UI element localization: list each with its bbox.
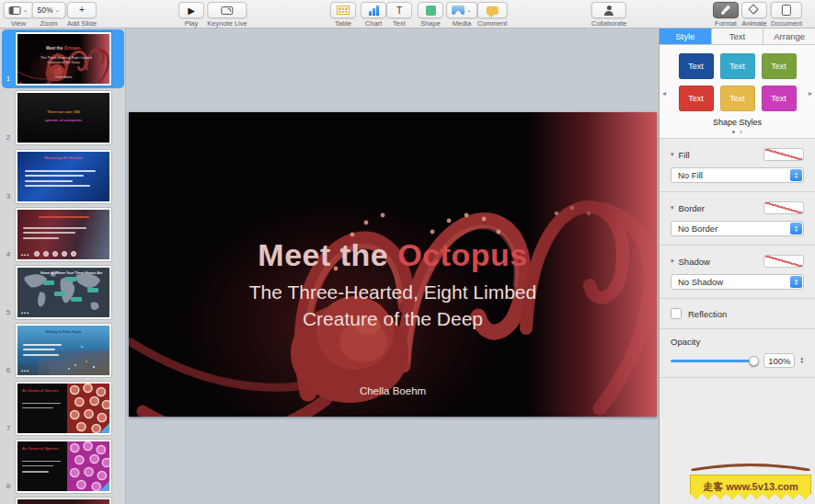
chart-label: Chart bbox=[361, 19, 386, 28]
slide-thumbnail-7[interactable]: 7 An Ocean of Species bbox=[2, 379, 124, 438]
shape-icon bbox=[426, 6, 436, 16]
table-button[interactable] bbox=[330, 2, 356, 18]
view-icon bbox=[9, 6, 21, 15]
current-slide[interactable]: Meet the Octopus The Three-Hearted, Eigh… bbox=[129, 112, 657, 417]
shape-style-swatch-cyan[interactable]: Text bbox=[720, 53, 755, 79]
document-icon bbox=[782, 5, 791, 16]
comment-button-group: Comment bbox=[477, 2, 508, 28]
slide-navigator: 1 Meet the Octopus The Three-Hearted, Ei… bbox=[0, 29, 126, 504]
shape-button[interactable] bbox=[418, 2, 443, 18]
fill-label: Fill bbox=[679, 150, 763, 160]
slide-number: 7 bbox=[3, 424, 14, 432]
border-popup[interactable]: No Border ▲▼ bbox=[671, 221, 804, 236]
toolbar: ⌄ View 50% ⌄ Zoom + Add Slide ▶ Play bbox=[0, 0, 815, 29]
slide-canvas-area[interactable]: Meet the Octopus The Three-Hearted, Eigh… bbox=[127, 29, 659, 504]
shape-styles-prev-arrow[interactable]: ◂ bbox=[662, 89, 666, 97]
text-button[interactable]: T bbox=[386, 2, 412, 18]
opacity-slider-track bbox=[671, 360, 758, 362]
document-button[interactable] bbox=[771, 2, 802, 18]
opacity-slider-knob[interactable] bbox=[749, 356, 759, 366]
slide-number: 3 bbox=[3, 192, 14, 200]
transition-indicator bbox=[99, 423, 109, 433]
transition-indicator bbox=[99, 481, 109, 491]
keynote-live-button-group: Keynote Live bbox=[207, 2, 247, 28]
format-brush-icon bbox=[720, 5, 731, 16]
build-dots: ••• bbox=[21, 252, 29, 258]
reflection-section: Reflection bbox=[660, 299, 815, 328]
slide-author[interactable]: Chella Boehm bbox=[129, 385, 657, 396]
shadow-color-well[interactable] bbox=[763, 255, 804, 268]
format-button[interactable] bbox=[713, 2, 739, 18]
slide-2-preview: There are over 300 species of octopuses bbox=[17, 93, 109, 143]
stepper-down-icon: ▼ bbox=[800, 361, 804, 364]
shape-button-group: Shape bbox=[418, 2, 443, 28]
play-icon: ▶ bbox=[188, 6, 195, 16]
collaborate-button[interactable] bbox=[591, 2, 626, 18]
disclosure-triangle-icon[interactable]: ▾ bbox=[671, 204, 674, 212]
reflection-checkbox[interactable] bbox=[671, 308, 682, 319]
text-tool-icon: T bbox=[396, 5, 403, 16]
slide-thumbnail-6[interactable]: 6 Hiding in Plain Sight ↘ • bbox=[2, 321, 124, 380]
format-button-group: Format bbox=[713, 2, 739, 28]
tab-text[interactable]: Text bbox=[712, 29, 764, 44]
chart-icon bbox=[368, 6, 380, 16]
fill-color-well[interactable] bbox=[763, 148, 804, 161]
shape-styles-page-dots[interactable] bbox=[660, 131, 815, 133]
play-button[interactable]: ▶ bbox=[178, 2, 204, 18]
slide-7-preview: An Ocean of Species bbox=[17, 384, 109, 433]
reflection-label: Reflection bbox=[688, 309, 727, 319]
format-inspector: Style Text Arrange ◂ ▸ Text Text Text Te… bbox=[659, 29, 815, 504]
media-button[interactable]: ⌄ bbox=[446, 2, 477, 18]
slide-3-preview: Skimming the Surface bbox=[17, 152, 109, 201]
slide-thumbnail-1[interactable]: 1 Meet the Octopus The Three-Hearted, Ei… bbox=[2, 29, 124, 88]
slide-thumbnail-2[interactable]: 2 There are over 300 species of octopuse… bbox=[2, 88, 124, 147]
chart-button[interactable] bbox=[361, 2, 386, 18]
tab-arrange[interactable]: Arrange bbox=[763, 29, 815, 44]
slide-thumbnail-9[interactable] bbox=[2, 495, 124, 504]
shape-style-swatch-yellow[interactable]: Text bbox=[720, 86, 755, 111]
shape-style-swatch-blue[interactable]: Text bbox=[679, 53, 714, 79]
comment-button[interactable] bbox=[477, 2, 508, 18]
opacity-stepper[interactable]: ▲▼ bbox=[800, 357, 804, 364]
slide-thumbnail-4[interactable]: 4 ••• bbox=[2, 205, 124, 264]
slide-subtitle[interactable]: The Three-Hearted, Eight Limbed Creature… bbox=[129, 279, 657, 332]
border-color-well[interactable] bbox=[763, 201, 804, 214]
slide-thumbnail-3[interactable]: 3 Skimming the Surface bbox=[2, 147, 124, 206]
zoom-value: 50% bbox=[38, 6, 53, 15]
shape-style-swatch-red[interactable]: Text bbox=[679, 86, 714, 111]
view-button[interactable]: ⌄ bbox=[4, 2, 34, 18]
fill-popup[interactable]: No Fill ▲▼ bbox=[671, 167, 804, 183]
disclosure-triangle-icon[interactable]: ▾ bbox=[671, 151, 674, 158]
document-label: Document bbox=[771, 19, 802, 28]
fill-section: ▾ Fill No Fill ▲▼ bbox=[660, 144, 815, 183]
slide-title[interactable]: Meet the Octopus bbox=[129, 237, 657, 273]
play-button-group: ▶ Play bbox=[178, 2, 204, 28]
inspector-tabs: Style Text Arrange bbox=[660, 29, 815, 45]
zoom-button[interactable]: 50% ⌄ bbox=[32, 2, 66, 18]
popup-stepper-icon: ▲▼ bbox=[790, 276, 802, 288]
shape-styles-next-arrow[interactable]: ▸ bbox=[809, 89, 812, 97]
opacity-slider[interactable] bbox=[671, 355, 758, 366]
animate-button-group: Animate bbox=[741, 2, 767, 28]
opacity-section: Opacity 100% ▲▼ bbox=[660, 337, 815, 368]
add-slide-label: Add Slide bbox=[67, 19, 97, 28]
animate-button[interactable] bbox=[741, 2, 767, 18]
add-slide-button[interactable]: + bbox=[67, 2, 97, 18]
shadow-section: ▾ Shadow No Shadow ▲▼ bbox=[660, 251, 815, 290]
border-label: Border bbox=[679, 203, 763, 213]
shape-style-swatch-green[interactable]: Text bbox=[762, 53, 797, 79]
pointer-arrow-icon: ↘ bbox=[80, 344, 83, 349]
opacity-value-field[interactable]: 100% bbox=[763, 353, 795, 368]
keynote-live-button[interactable] bbox=[207, 2, 247, 18]
view-button-group: ⌄ View bbox=[4, 2, 34, 28]
slide-number: 1 bbox=[3, 74, 14, 83]
slide-thumbnail-8[interactable]: 8 An Ocean of Species bbox=[2, 437, 124, 496]
text-label: Text bbox=[386, 19, 412, 28]
shape-style-swatch-magenta[interactable]: Text bbox=[762, 86, 797, 111]
comment-label: Comment bbox=[477, 19, 508, 28]
slide-number: 5 bbox=[3, 308, 14, 316]
slide-thumbnail-5[interactable]: 5 bbox=[2, 263, 124, 322]
shadow-popup[interactable]: No Shadow ▲▼ bbox=[671, 274, 804, 290]
tab-style[interactable]: Style bbox=[660, 29, 712, 44]
disclosure-triangle-icon[interactable]: ▾ bbox=[671, 258, 674, 265]
